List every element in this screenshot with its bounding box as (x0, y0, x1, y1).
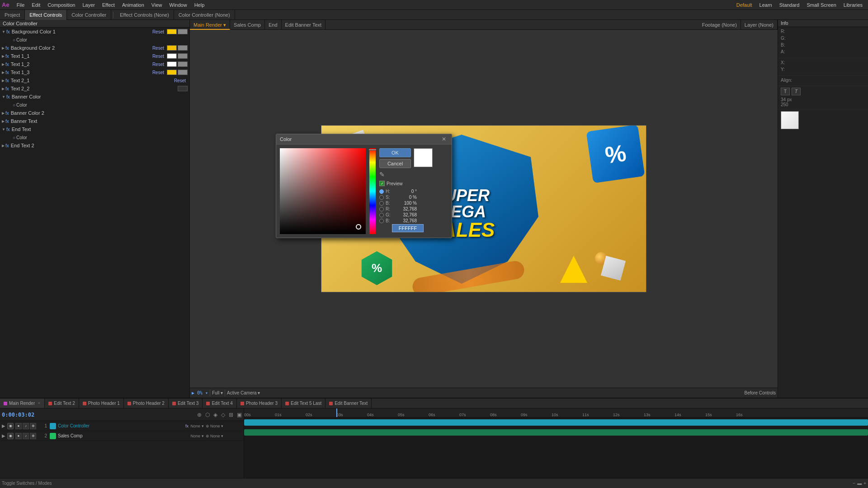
tl-layer-2-audio[interactable]: ♪ (23, 433, 29, 439)
expand-end-text-2[interactable]: ▶ (2, 144, 5, 148)
tl-track-row-1[interactable] (244, 418, 868, 427)
tl-tab-edit-banner-text[interactable]: Edit Banner Text (326, 399, 372, 408)
tl-tab-edit-text-3[interactable]: Edit Text 3 (169, 399, 203, 408)
tl-tab-edit-text-2[interactable]: Edit Text 2 (45, 399, 79, 408)
menu-view[interactable]: View (148, 0, 166, 10)
ec-reset-text-2-1[interactable]: Reset (174, 78, 186, 83)
expand-text-1-1[interactable]: ▶ (2, 54, 5, 58)
tl-layer-2-vis[interactable]: ● (15, 433, 22, 439)
tab-effect-controls[interactable]: Effect Controls (25, 10, 67, 20)
rp-italic-btn[interactable]: T (792, 88, 801, 95)
expand-text-1-3[interactable]: ▶ (2, 70, 5, 75)
menu-window[interactable]: Window (166, 0, 191, 10)
color-dialog-titlebar[interactable]: Color ✕ (276, 134, 452, 145)
ec-item-bg-color-2[interactable]: ▶ fx Background Color 2 Reset (0, 44, 189, 52)
ec-item-end-text[interactable]: ▼ fx End Text (0, 125, 189, 133)
rp-font-btn[interactable]: T (781, 88, 790, 95)
tl-layer-1-audio[interactable]: ♪ (23, 423, 29, 429)
tl-toolbar-icon-2[interactable]: ⬡ (205, 412, 210, 418)
comp-tab-edit-banner-text[interactable]: Edit Banner Text (282, 20, 326, 30)
tl-toolbar-icon-1[interactable]: ⊕ (197, 412, 202, 418)
tl-bottom-zoom-out[interactable]: − (853, 481, 855, 486)
expand-banner-color-2[interactable]: ▶ (2, 111, 5, 115)
tl-toolbar-icon-6[interactable]: ▣ (237, 412, 242, 418)
menu-effect[interactable]: Effect (99, 0, 118, 10)
ec-swatch2-text-1-2[interactable] (178, 61, 188, 67)
tl-tab-edit-text-5-last[interactable]: Edit Text 5 Last (282, 399, 326, 408)
ec-item-text-2-1[interactable]: ▶ fx Text 2_1 Reset (0, 76, 189, 84)
ec-swatch2-bg-color-1[interactable] (178, 29, 188, 34)
tab-effect-controls-r[interactable]: Effect Controls (None) (115, 10, 174, 20)
tl-playhead[interactable] (336, 408, 337, 417)
ec-item-banner-text[interactable]: ▶ fx Banner Text (0, 117, 189, 125)
ec-item-text-1-1[interactable]: ▶ fx Text 1_1 Reset (0, 52, 189, 60)
green-radio[interactable] (379, 213, 384, 217)
ec-reset-text-1-1[interactable]: Reset (152, 54, 164, 59)
expand-banner-color[interactable]: ▼ (2, 95, 5, 99)
eyedropper-button[interactable]: ✎ (379, 171, 385, 178)
tab-project[interactable]: Project (0, 10, 25, 20)
hex-input[interactable] (392, 224, 424, 232)
color-cancel-button[interactable]: Cancel (379, 159, 411, 168)
comp-tab-footage[interactable]: Footage (None) (698, 20, 741, 30)
expand-bg-color-1[interactable]: ▼ (2, 30, 5, 34)
ec-item-text-2-2[interactable]: ▶ fx Text 2_2 (0, 84, 189, 93)
tl-track-row-2[interactable] (244, 427, 868, 437)
ec-item-bg-color-1[interactable]: ▼ fx Background Color 1 Reset (0, 28, 189, 36)
tl-tab-photo-header-2[interactable]: Photo Header 2 (124, 399, 169, 408)
ec-reset-bg-color-1[interactable]: Reset (152, 29, 164, 34)
tl-toolbar-icon-4[interactable]: ◇ (221, 412, 225, 418)
workspace-default[interactable]: Default (733, 0, 756, 10)
ec-swatch-text-2-2[interactable] (178, 86, 188, 91)
ec-swatch-text-1-3[interactable] (167, 70, 177, 75)
menu-file[interactable]: File (13, 0, 28, 10)
tl-tab-main-render[interactable]: Main Render ✕ (0, 399, 45, 408)
tl-layer-1-fx[interactable]: fx (185, 424, 189, 428)
color-dialog-close[interactable]: ✕ (440, 136, 448, 142)
ec-reset-bg-color-2[interactable]: Reset (152, 46, 164, 51)
tl-bottom-zoom-slider[interactable]: ▬ (857, 481, 862, 486)
menu-layer[interactable]: Layer (79, 0, 99, 10)
ec-swatch2-text-1-1[interactable] (178, 53, 188, 59)
tl-tab-main-render-close[interactable]: ✕ (38, 399, 41, 408)
comp-tab-layer[interactable]: Layer (None) (741, 20, 778, 30)
ec-swatch2-bg-color-2[interactable] (178, 45, 188, 51)
tl-tab-edit-text-4[interactable]: Edit Text 4 (203, 399, 237, 408)
sat-radio[interactable] (379, 195, 384, 200)
tl-layer-2-expand[interactable]: ▶ (2, 433, 5, 438)
tl-toolbar-icon-5[interactable]: ⊞ (229, 412, 233, 418)
expand-end-text[interactable]: ▼ (2, 127, 5, 131)
color-gradient-picker[interactable] (280, 148, 366, 234)
workspace-learn[interactable]: Learn (756, 0, 776, 10)
comp-tab-end[interactable]: End (265, 20, 282, 30)
workspace-libraries[interactable]: Libraries (840, 0, 866, 10)
tl-bottom-zoom-in[interactable]: + (863, 481, 866, 486)
comp-tab-main-render[interactable]: Main Render ▾ (190, 20, 230, 30)
ec-item-banner-color-2[interactable]: ▶ fx Banner Color 2 (0, 109, 189, 117)
tl-toolbar-icon-3[interactable]: ◈ (213, 412, 217, 418)
hue-radio[interactable] (379, 189, 384, 194)
tl-tab-photo-header-1[interactable]: Photo Header 1 (79, 399, 124, 408)
tl-layer-1-vis[interactable]: ● (15, 423, 22, 429)
ec-swatch2-text-1-3[interactable] (178, 70, 188, 75)
tl-layer-1-lock[interactable]: ⊕ (30, 423, 36, 429)
menu-animation[interactable]: Animation (118, 0, 148, 10)
bri-radio[interactable] (379, 201, 384, 206)
menu-edit[interactable]: Edit (28, 0, 44, 10)
ec-swatch-bg-color-2[interactable] (167, 45, 177, 51)
hue-strip[interactable] (369, 148, 376, 234)
ec-reset-text-1-2[interactable]: Reset (152, 62, 164, 67)
ec-item-banner-color[interactable]: ▼ fx Banner Color (0, 93, 189, 101)
preview-checkbox[interactable]: ✓ (379, 181, 385, 186)
menu-composition[interactable]: Composition (44, 0, 79, 10)
color-ok-button[interactable]: OK (379, 148, 411, 157)
expand-text-2-1[interactable]: ▶ (2, 79, 5, 83)
tl-tab-photo-header-3[interactable]: Photo Header 3 (237, 399, 282, 408)
blue-radio[interactable] (379, 219, 384, 223)
workspace-standard[interactable]: Standard (776, 0, 803, 10)
tl-layer-1-expand[interactable]: ▶ (2, 423, 5, 428)
ec-swatch-text-1-1[interactable] (167, 53, 177, 59)
menu-help[interactable]: Help (191, 0, 208, 10)
ec-item-end-text-2[interactable]: ▶ fx End Text 2 (0, 141, 189, 150)
tl-bottom-text[interactable]: Toggle Switches / Modes (2, 481, 52, 486)
